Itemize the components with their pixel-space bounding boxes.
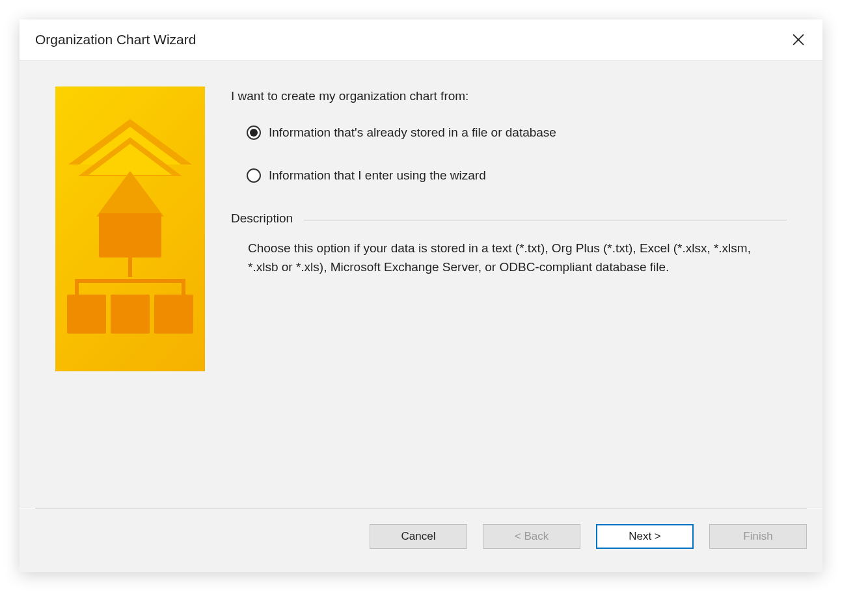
description-heading: Description [231, 211, 293, 225]
option-label: Information that I enter using the wizar… [269, 168, 486, 183]
close-icon [793, 34, 804, 46]
option-stored-file[interactable]: Information that's already stored in a f… [247, 126, 787, 140]
next-button[interactable]: Next > [596, 524, 694, 549]
option-enter-wizard[interactable]: Information that I enter using the wizar… [247, 168, 787, 183]
dialog-body: I want to create my organization chart f… [20, 60, 822, 508]
option-label: Information that's already stored in a f… [269, 126, 556, 140]
options-group: Information that's already stored in a f… [231, 126, 787, 183]
content-area: I want to create my organization chart f… [231, 86, 787, 495]
close-button[interactable] [787, 29, 809, 51]
fieldset-divider [304, 220, 787, 220]
finish-button[interactable]: Finish [709, 524, 807, 549]
cancel-button[interactable]: Cancel [370, 524, 467, 549]
back-button[interactable]: < Back [483, 524, 580, 549]
description-fieldset: Description Choose this option if your d… [231, 211, 787, 277]
wizard-illustration [55, 86, 205, 371]
prompt-text: I want to create my organization chart f… [231, 89, 787, 103]
dialog-title: Organization Chart Wizard [35, 32, 196, 47]
radio-icon [247, 168, 261, 183]
description-text: Choose this option if your data is store… [231, 226, 787, 277]
radio-icon [247, 126, 261, 140]
button-bar: Cancel < Back Next > Finish [20, 509, 822, 572]
wizard-dialog: Organization Chart Wizard I want to crea… [20, 20, 822, 572]
titlebar: Organization Chart Wizard [20, 20, 822, 60]
